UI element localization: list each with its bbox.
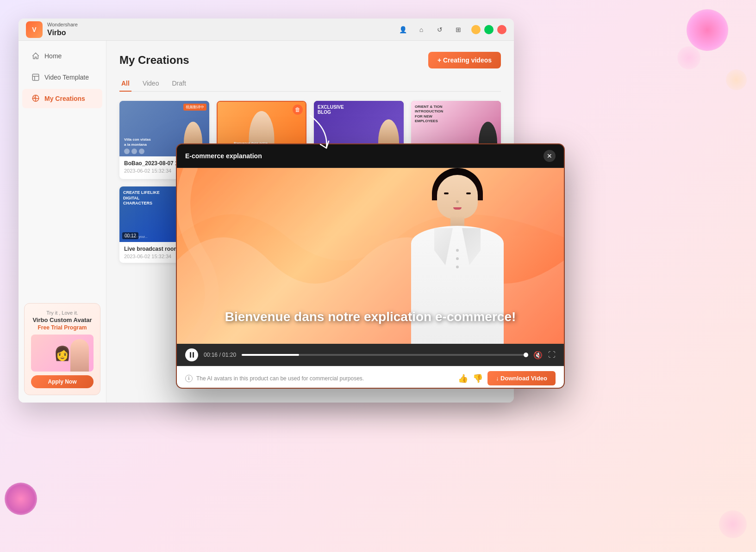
creations-icon xyxy=(31,94,40,103)
maximize-button[interactable]: □ xyxy=(484,25,494,34)
video-modal: E-commerce explanation ✕ xyxy=(176,143,565,389)
modal-footer: ℹ The AI avatars in this product can be … xyxy=(177,366,564,389)
volume-icon[interactable]: 🔇 xyxy=(533,351,543,360)
info-icon: ℹ xyxy=(185,375,193,382)
create-videos-button[interactable]: + Creating videos xyxy=(428,52,501,68)
footer-info: ℹ The AI avatars in this product can be … xyxy=(185,375,364,382)
progress-dot xyxy=(524,353,528,357)
thumbdown-button[interactable]: 👎 xyxy=(473,373,483,384)
modal-header: E-commerce explanation ✕ xyxy=(177,144,564,168)
svg-rect-1 xyxy=(34,97,36,99)
app-name: Virbo xyxy=(47,28,78,37)
footer-actions: 👍 👎 ↓ Download Video xyxy=(458,371,556,385)
template-icon xyxy=(31,73,40,81)
sidebar-item-video-template[interactable]: Video Template xyxy=(22,68,102,87)
sidebar-item-home[interactable]: Home xyxy=(22,46,102,66)
sidebar: Home Video Template My Creations Try it … xyxy=(19,41,106,403)
title-bar-left: V Wondershare Virbo xyxy=(26,21,78,38)
progress-bar[interactable] xyxy=(242,354,528,356)
promo-avatar-placeholder: 👩 xyxy=(54,345,71,361)
content-header: My Creations + Creating videos xyxy=(119,52,501,68)
video-area: Bienvenue dans notre explication e-comme… xyxy=(177,168,564,344)
pause-icon xyxy=(190,352,194,358)
svg-rect-0 xyxy=(32,74,39,81)
footer-info-text: The AI avatars in this product can be us… xyxy=(196,375,364,382)
fullscreen-icon[interactable]: ⛶ xyxy=(548,351,556,359)
user-icon[interactable]: 👤 xyxy=(397,24,408,35)
promo-subtitle: Free Trial Program xyxy=(31,324,94,331)
video-duration-5: 00:12 xyxy=(122,232,138,239)
title-bar: V Wondershare Virbo 👤 ⌂ ↺ ⊞ − □ ✕ xyxy=(19,19,514,41)
logo-initial: V xyxy=(32,26,36,33)
decoration-blob-mid-right xyxy=(726,69,747,90)
promo-avatar-area: 👩 xyxy=(31,335,94,372)
home-icon xyxy=(31,52,40,60)
promo-title: Virbo Custom Avatar xyxy=(31,316,94,323)
home-icon[interactable]: ⌂ xyxy=(416,24,427,35)
app-name-block: Wondershare Virbo xyxy=(47,22,78,37)
modal-title: E-commerce explanation xyxy=(185,152,262,160)
refresh-icon[interactable]: ↺ xyxy=(434,24,445,35)
app-logo: V xyxy=(26,21,43,38)
sidebar-promo-card: Try it , Love it. Virbo Custom Avatar Fr… xyxy=(24,303,100,395)
promo-apply-button[interactable]: Apply Now xyxy=(31,375,94,388)
tab-all[interactable]: All xyxy=(119,76,131,92)
tab-draft[interactable]: Draft xyxy=(170,76,187,92)
grid-icon[interactable]: ⊞ xyxy=(453,24,464,35)
sidebar-item-my-creations[interactable]: My Creations xyxy=(22,89,102,108)
video-delete-2[interactable]: 🗑 xyxy=(293,105,303,115)
progress-fill xyxy=(242,354,299,356)
controls-bar: 00:16 / 01:20 🔇 ⛶ xyxy=(177,344,564,366)
subtitle-text: Bienvenue dans notre explication e-comme… xyxy=(177,309,564,325)
thumbup-button[interactable]: 👍 xyxy=(458,373,468,384)
decoration-blob-bottom-left xyxy=(5,483,37,515)
modal-close-button[interactable]: ✕ xyxy=(544,150,556,162)
sidebar-home-label: Home xyxy=(44,52,62,60)
video-badge-1: 视频翻译中 xyxy=(183,104,206,111)
sidebar-template-label: Video Template xyxy=(44,74,89,81)
title-bar-right: 👤 ⌂ ↺ ⊞ − □ ✕ xyxy=(397,24,506,35)
page-title: My Creations xyxy=(119,54,189,67)
download-video-button[interactable]: ↓ Download Video xyxy=(487,371,556,385)
close-button[interactable]: ✕ xyxy=(497,25,506,34)
sidebar-creations-label: My Creations xyxy=(44,95,85,102)
window-controls: − □ ✕ xyxy=(471,25,506,34)
time-display: 00:16 / 01:20 xyxy=(204,352,236,358)
time-current: 00:16 xyxy=(204,352,218,358)
tabs: All Video Draft xyxy=(119,76,501,92)
minimize-button[interactable]: − xyxy=(471,25,481,34)
decoration-blob-pink xyxy=(687,9,728,51)
pause-button[interactable] xyxy=(185,348,198,361)
subtitle-overlay: Bienvenue dans notre explication e-comme… xyxy=(177,309,564,325)
video-meta-5: Live broadcast room 2023-06-02 15:32:34 xyxy=(124,246,179,259)
company-name: Wondershare xyxy=(47,22,78,28)
presenter-head xyxy=(437,175,478,219)
video-date-5: 2023-06-02 15:32:34 xyxy=(124,254,179,259)
presenter-body xyxy=(411,226,504,344)
decoration-blob-bottom-right xyxy=(719,510,747,538)
tab-video[interactable]: Video xyxy=(141,76,161,92)
promo-eyebrow: Try it , Love it. xyxy=(31,310,94,316)
video-title-5: Live broadcast room xyxy=(124,246,179,252)
decoration-blob-small xyxy=(677,46,700,69)
time-total: 01:20 xyxy=(222,352,236,358)
